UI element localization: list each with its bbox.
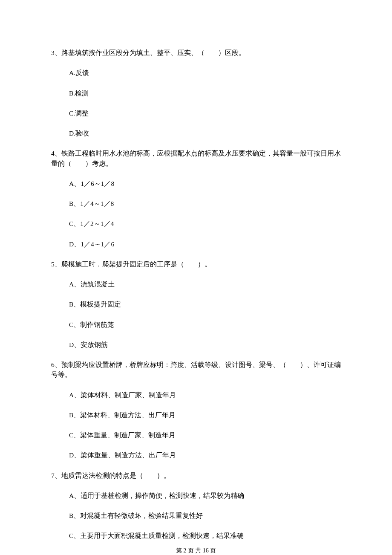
question-5-stem: 5、爬模施工时，爬架提升固定后的工序是（ ）。 [51, 259, 341, 269]
question-5-option-c: C、制作钢筋笼 [69, 320, 341, 330]
question-6-option-b: B、梁体材料、制造方法、出厂年月 [69, 410, 341, 420]
question-3-option-a: A.反馈 [69, 68, 341, 78]
question-3-option-b: B.检测 [69, 88, 341, 98]
question-3-option-c: C.调整 [69, 108, 341, 118]
question-6-option-a: A、梁体材料、制造厂家、制造年月 [69, 390, 341, 400]
question-7-stem: 7、地质雷达法检测的特点是（ ）。 [51, 471, 341, 480]
question-7-option-a: A、适用于基桩检测，操作简便，检测快速，结果较为精确 [69, 491, 341, 500]
question-4-option-d: D、1／4～1／6 [69, 239, 341, 249]
question-6-stem: 6、预制梁均应设置桥牌，桥牌应标明：跨度、活载等级、设计图号、梁号、（ ）、许可… [51, 360, 341, 380]
document-page: 3、路基填筑按作业区段分为填土、整平、压实、（ ）区段。 A.反馈 B.检测 C… [0, 0, 392, 555]
question-7-option-b: B、对混凝土有轻微破坏，检验结果重复性好 [69, 511, 341, 520]
question-4-option-b: B、1／4～1／8 [69, 199, 341, 208]
page-footer: 第 2 页 共 16 页 [51, 546, 341, 555]
question-3-stem: 3、路基填筑按作业区段分为填土、整平、压实、（ ）区段。 [51, 48, 341, 58]
question-4-option-a: A、1／6～1／8 [69, 179, 341, 188]
question-6-option-d: D、梁体重量、制造方法、出厂年月 [69, 450, 341, 460]
question-5-option-a: A、浇筑混凝土 [69, 279, 341, 289]
question-5-option-d: D、安放钢筋 [69, 340, 341, 350]
question-6-option-c: C、梁体重量、制造厂家、制造年月 [69, 430, 341, 440]
question-7-option-c: C、主要用于大面积混凝土质量检测，检测快速，结果准确 [69, 531, 341, 541]
question-4-option-c: C、1／2～1／4 [69, 219, 341, 228]
question-3-option-d: D.验收 [69, 128, 341, 138]
question-4-stem: 4、铁路工程临时用水水池的标高，应根据配水点的标高及水压要求确定，其容量一般可按… [51, 148, 341, 168]
question-5-option-b: B、模板提升固定 [69, 299, 341, 309]
